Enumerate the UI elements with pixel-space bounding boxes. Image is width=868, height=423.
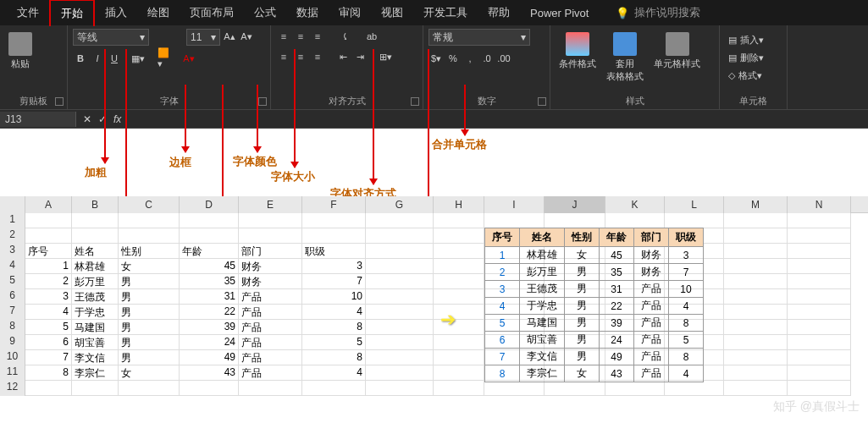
col-header-L[interactable]: L xyxy=(665,196,724,213)
cell-F5[interactable]: 7 xyxy=(302,274,366,289)
underline-button[interactable]: U xyxy=(107,51,122,66)
cell-D6[interactable]: 31 xyxy=(180,289,239,305)
currency-icon[interactable]: $▾ xyxy=(428,51,444,66)
cell-A1[interactable] xyxy=(25,213,72,228)
cell-E12[interactable] xyxy=(239,381,302,396)
tab-绘图[interactable]: 绘图 xyxy=(137,0,180,25)
cell-D1[interactable] xyxy=(180,213,239,228)
cell-N7[interactable] xyxy=(788,305,851,320)
cell-H9[interactable] xyxy=(434,335,484,350)
font-color-button[interactable]: A▾ xyxy=(181,51,196,66)
cell-C1[interactable] xyxy=(119,213,180,228)
cell-D9[interactable]: 24 xyxy=(180,335,239,350)
align-top-icon[interactable]: ≡ xyxy=(276,29,291,44)
cell-D7[interactable]: 22 xyxy=(180,305,239,320)
number-launcher[interactable] xyxy=(538,97,546,106)
delete-cells-button[interactable]: ▤ 删除 ▾ xyxy=(725,50,782,66)
cell-G2[interactable] xyxy=(366,228,434,244)
tab-开始[interactable]: 开始 xyxy=(49,0,95,26)
cell-M10[interactable] xyxy=(724,350,788,365)
cell-D4[interactable]: 45 xyxy=(180,259,239,274)
cell-F1[interactable] xyxy=(302,213,366,228)
row-header-11[interactable]: 11 xyxy=(0,365,25,381)
cell-B3[interactable]: 姓名 xyxy=(72,244,119,259)
cell-H3[interactable] xyxy=(434,244,484,259)
paste-button[interactable]: 粘贴 xyxy=(5,29,36,74)
increase-decimal-icon[interactable]: .0 xyxy=(479,51,495,66)
cell-G6[interactable] xyxy=(366,289,434,305)
cancel-icon[interactable]: ✕ xyxy=(83,113,91,125)
col-header-H[interactable]: H xyxy=(434,196,484,213)
tab-页面布局[interactable]: 页面布局 xyxy=(180,0,244,25)
cell-D12[interactable] xyxy=(180,381,239,396)
cell-H11[interactable] xyxy=(434,365,484,381)
format-as-table-button[interactable]: 套用 表格格式 xyxy=(603,29,647,86)
cell-G5[interactable] xyxy=(366,274,434,289)
row-header-5[interactable]: 5 xyxy=(0,274,25,289)
cell-G1[interactable] xyxy=(366,213,434,228)
cell-E10[interactable]: 产品 xyxy=(239,350,302,365)
align-launcher[interactable] xyxy=(411,97,419,106)
cell-F3[interactable]: 职级 xyxy=(302,244,366,259)
cell-H10[interactable] xyxy=(434,350,484,365)
cell-N11[interactable] xyxy=(788,365,851,381)
cell-K1[interactable] xyxy=(605,213,665,228)
row-header-8[interactable]: 8 xyxy=(0,320,25,335)
cell-E9[interactable]: 产品 xyxy=(239,335,302,350)
row-header-10[interactable]: 10 xyxy=(0,350,25,365)
cell-B8[interactable]: 马建国 xyxy=(72,320,119,335)
cell-F10[interactable]: 8 xyxy=(302,350,366,365)
cell-E5[interactable]: 财务 xyxy=(239,274,302,289)
align-bottom-icon[interactable]: ≡ xyxy=(310,29,325,44)
cell-N8[interactable] xyxy=(788,320,851,335)
cell-A2[interactable] xyxy=(25,228,72,244)
cell-M2[interactable] xyxy=(724,228,788,244)
font-size-dropdown[interactable]: 11▾ xyxy=(186,29,220,46)
cell-L1[interactable] xyxy=(665,213,724,228)
cell-E3[interactable]: 部门 xyxy=(239,244,302,259)
fill-color-button[interactable]: 🟧▾ xyxy=(158,51,173,66)
cell-A6[interactable]: 3 xyxy=(25,289,72,305)
col-header-G[interactable]: G xyxy=(366,196,434,213)
row-header-1[interactable]: 1 xyxy=(0,213,25,228)
border-button[interactable]: ▦▾ xyxy=(130,51,146,66)
decrease-indent-icon[interactable]: ⇤ xyxy=(335,49,351,64)
row-header-9[interactable]: 9 xyxy=(0,335,25,350)
cell-N2[interactable] xyxy=(788,228,851,244)
cell-F9[interactable]: 5 xyxy=(302,335,366,350)
cell-C12[interactable] xyxy=(119,381,180,396)
bold-button[interactable]: B xyxy=(73,51,88,66)
comma-icon[interactable]: , xyxy=(462,51,478,66)
cell-M11[interactable] xyxy=(724,365,788,381)
cell-B5[interactable]: 彭万里 xyxy=(72,274,119,289)
cell-G9[interactable] xyxy=(366,335,434,350)
cell-N9[interactable] xyxy=(788,335,851,350)
cell-C4[interactable]: 女 xyxy=(119,259,180,274)
decrease-decimal-icon[interactable]: .00 xyxy=(496,51,511,66)
cell-A4[interactable]: 1 xyxy=(25,259,72,274)
cell-C10[interactable]: 男 xyxy=(119,350,180,365)
cell-N10[interactable] xyxy=(788,350,851,365)
insert-cells-button[interactable]: ▤ 插入 ▾ xyxy=(725,32,782,48)
cell-A12[interactable] xyxy=(25,381,72,396)
tab-公式[interactable]: 公式 xyxy=(244,0,286,25)
col-header-F[interactable]: F xyxy=(302,196,366,213)
cell-M7[interactable] xyxy=(724,305,788,320)
cell-M6[interactable] xyxy=(724,289,788,305)
italic-button[interactable]: I xyxy=(90,51,105,66)
cell-N6[interactable] xyxy=(788,289,851,305)
tab-文件[interactable]: 文件 xyxy=(7,0,49,25)
cell-H4[interactable] xyxy=(434,259,484,274)
cell-B10[interactable]: 李文信 xyxy=(72,350,119,365)
cell-G12[interactable] xyxy=(366,381,434,396)
cell-C8[interactable]: 男 xyxy=(119,320,180,335)
cell-G11[interactable] xyxy=(366,365,434,381)
cell-A8[interactable]: 5 xyxy=(25,320,72,335)
tab-审阅[interactable]: 审阅 xyxy=(329,0,371,25)
cell-C7[interactable]: 男 xyxy=(119,305,180,320)
cell-F8[interactable]: 8 xyxy=(302,320,366,335)
format-cells-button[interactable]: ◇ 格式 ▾ xyxy=(725,68,782,84)
cell-N1[interactable] xyxy=(788,213,851,228)
cell-A11[interactable]: 8 xyxy=(25,365,72,381)
align-right-icon[interactable]: ≡ xyxy=(310,49,325,64)
